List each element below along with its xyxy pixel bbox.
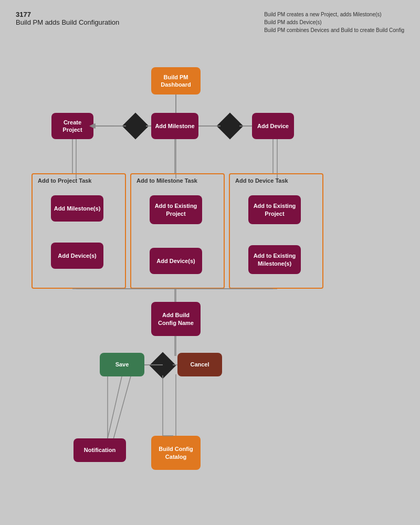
diamond-1 bbox=[122, 113, 149, 140]
cancel-node[interactable]: Cancel bbox=[177, 353, 222, 376]
build-pm-dashboard-node[interactable]: Build PM Dashboard bbox=[151, 67, 201, 94]
legend: Build PM creates a new Project, adds Mil… bbox=[264, 10, 404, 34]
flowchart: Build PM Dashboard Create Project Add Mi… bbox=[16, 32, 404, 514]
add-existing-milestone-device-node[interactable]: Add to Existing Milestone(s) bbox=[248, 245, 301, 274]
milestone-task-label: Add to Milestone Task bbox=[136, 177, 197, 184]
project-task-box: Add to Project Task Add Milestone(s) Add… bbox=[32, 173, 126, 289]
add-milestone-node[interactable]: Add Milestone bbox=[151, 113, 198, 139]
add-build-config-name-node[interactable]: Add Build Config Name bbox=[151, 302, 201, 336]
add-existing-project-milestone-node[interactable]: Add to Existing Project bbox=[150, 195, 202, 224]
build-config-catalog-node[interactable]: Build Config Catalog bbox=[151, 436, 201, 470]
diamond-3 bbox=[150, 352, 176, 379]
device-task-label: Add to Device Task bbox=[235, 177, 288, 184]
add-device-node[interactable]: Add Device bbox=[252, 113, 294, 139]
create-project-node[interactable]: Create Project bbox=[51, 113, 93, 139]
svg-line-38 bbox=[108, 376, 122, 438]
svg-line-17 bbox=[113, 374, 131, 441]
add-devices-milestone-node[interactable]: Add Device(s) bbox=[150, 248, 202, 274]
diamond-2 bbox=[217, 113, 244, 140]
device-task-box: Add to Device Task Add to Existing Proje… bbox=[229, 173, 323, 289]
add-milestones-node[interactable]: Add Milestone(s) bbox=[51, 195, 103, 222]
notification-node[interactable]: Notification bbox=[74, 438, 126, 462]
add-existing-project-device-node[interactable]: Add to Existing Project bbox=[248, 195, 301, 224]
milestone-task-box: Add to Milestone Task Add to Existing Pr… bbox=[130, 173, 225, 289]
save-node[interactable]: Save bbox=[100, 353, 144, 376]
legend-line-1: Build PM creates a new Project, adds Mil… bbox=[264, 10, 404, 18]
project-task-label: Add to Project Task bbox=[38, 177, 91, 184]
page: 3177 Build PM adds Build Configuration B… bbox=[0, 0, 420, 525]
legend-line-2: Build PM adds Device(s) bbox=[264, 18, 404, 26]
add-devices-project-node[interactable]: Add Device(s) bbox=[51, 243, 103, 269]
